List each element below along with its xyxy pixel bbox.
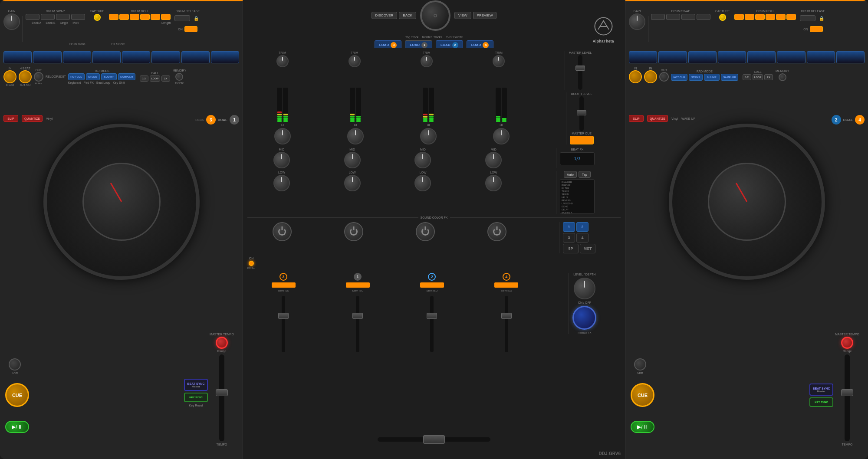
right-bank-b-btn[interactable] <box>666 14 680 20</box>
loop-2x-btn[interactable]: 2X <box>161 75 170 82</box>
sampler-btn[interactable]: SAMPLER <box>118 73 135 80</box>
ch4-fader-handle[interactable] <box>501 313 512 319</box>
right-drum-roll-5[interactable] <box>776 14 786 20</box>
left-pad-7[interactable] <box>181 51 210 63</box>
right-capture-dot[interactable] <box>719 14 726 21</box>
crossfader-handle[interactable] <box>423 435 445 444</box>
beat-fx-4-btn[interactable]: 4 <box>576 233 589 243</box>
right-tempo-slider[interactable] <box>845 354 850 441</box>
right-on-btn[interactable] <box>810 26 823 32</box>
stems-btn[interactable]: STEMS <box>86 73 100 80</box>
mid-2-knob[interactable] <box>344 152 361 168</box>
right-stems-btn[interactable]: STEMS <box>689 74 703 81</box>
right-play-btn[interactable]: ▶/⏸ <box>631 421 654 433</box>
right-slip-btn[interactable]: SLIP <box>629 115 644 122</box>
right-master-tempo-btn[interactable] <box>841 337 853 349</box>
right-pad-6[interactable] <box>777 51 805 63</box>
left-tempo-handle[interactable] <box>216 389 228 396</box>
capture-dot[interactable] <box>94 14 101 21</box>
left-pad-4[interactable] <box>92 51 121 63</box>
drum-roll-1[interactable] <box>109 14 118 20</box>
low-2-knob[interactable] <box>344 175 361 191</box>
right-drum-roll-2[interactable] <box>745 14 754 20</box>
browse-dial[interactable] <box>420 0 450 31</box>
right-pad-1[interactable] <box>629 51 657 63</box>
right-pad-5[interactable] <box>747 51 776 63</box>
left-play-btn[interactable]: ▶/⏸ <box>5 421 29 433</box>
right-gain-knob[interactable] <box>629 13 645 30</box>
low-1-knob[interactable] <box>273 175 290 191</box>
left-pad-5[interactable] <box>122 51 150 63</box>
drum-release-btn[interactable] <box>174 15 190 21</box>
hi-2-knob[interactable] <box>347 128 364 144</box>
right-single-btn[interactable] <box>681 14 695 20</box>
drum-roll-5[interactable] <box>151 14 160 20</box>
right-hot-cue-btn[interactable]: HOT CUE <box>671 74 687 81</box>
master-cue-btn[interactable] <box>570 136 594 144</box>
left-out-btn[interactable] <box>34 72 43 82</box>
left-jog-wheel[interactable] <box>43 124 200 280</box>
hot-cue-btn[interactable]: HOT CUE <box>68 73 85 80</box>
mid-4-knob[interactable] <box>485 152 502 168</box>
right-pad-8[interactable] <box>836 51 865 63</box>
left-pad-8[interactable] <box>211 51 239 63</box>
beat-fx-3-btn[interactable]: 3 <box>563 233 575 243</box>
8jump-btn[interactable]: 8.JUMP <box>101 73 117 80</box>
left-quantize-btn[interactable]: QUANTIZE <box>22 115 43 122</box>
ch3-stem-iso-btn[interactable] <box>272 282 296 288</box>
left-pad-1[interactable] <box>3 51 32 63</box>
booth-level-handle[interactable] <box>577 110 586 115</box>
drum-roll-3[interactable] <box>130 14 139 20</box>
fx-power-1[interactable] <box>273 222 292 241</box>
right-pad-3[interactable] <box>688 51 717 63</box>
fx-power-3[interactable] <box>416 222 435 241</box>
beat-fx-2-btn[interactable]: 2 <box>576 222 589 232</box>
discover-btn[interactable]: DISCOVER <box>372 12 398 19</box>
right-8jump-btn[interactable]: 8.JUMP <box>704 74 720 81</box>
ch2-fader-handle[interactable] <box>427 313 437 319</box>
bank-a-btn[interactable] <box>26 14 39 20</box>
right-quantize-btn[interactable]: QUANTIZE <box>647 115 668 122</box>
right-jog-wheel[interactable] <box>669 124 825 280</box>
right-shift-btn[interactable] <box>634 358 646 370</box>
right-drum-roll-6[interactable] <box>786 14 796 20</box>
multi-btn[interactable] <box>71 14 85 20</box>
master-level-fader[interactable] <box>578 55 582 90</box>
right-drum-roll-1[interactable] <box>734 14 744 20</box>
trim-4-knob[interactable] <box>493 55 505 67</box>
ch3-fader-handle[interactable] <box>278 313 289 319</box>
preview-btn[interactable]: PREVIEW <box>473 12 497 19</box>
right-drum-release-btn[interactable] <box>800 15 815 21</box>
single-btn[interactable] <box>56 14 70 20</box>
mid-1-knob[interactable] <box>273 152 290 168</box>
loop-btn[interactable]: LOOP <box>150 75 160 82</box>
fx-power-4[interactable] <box>487 222 506 241</box>
hi-3-knob[interactable] <box>420 128 437 144</box>
right-bank-a-btn[interactable] <box>651 14 665 20</box>
left-gain-knob[interactable] <box>3 13 20 30</box>
left-pad-3[interactable] <box>63 51 91 63</box>
left-key-sync-btn[interactable]: KEY SYNC <box>184 393 208 402</box>
left-cue-btn[interactable]: CUE <box>5 383 29 407</box>
level-depth-knob[interactable] <box>574 278 595 299</box>
mid-3-knob[interactable] <box>414 152 431 168</box>
fx-power-2[interactable] <box>344 222 363 241</box>
ch4-stem-iso-btn[interactable] <box>494 282 518 288</box>
ch1-fader-handle[interactable] <box>352 313 363 319</box>
right-sampler-btn[interactable]: SAMPLER <box>721 74 738 81</box>
low-3-knob[interactable] <box>414 175 431 191</box>
left-pad-2[interactable] <box>33 51 61 63</box>
beat-fx-mst-btn[interactable]: MST <box>580 244 595 253</box>
right-multi-btn[interactable] <box>697 14 710 20</box>
memory-dot-btn[interactable] <box>175 73 183 81</box>
right-beat-sync-btn[interactable]: BEAT SYNC Master <box>809 384 833 396</box>
drum-roll-2[interactable] <box>119 14 129 20</box>
left-pad-6[interactable] <box>151 51 180 63</box>
hi-1-knob[interactable] <box>274 128 291 144</box>
left-shift-btn[interactable] <box>9 358 21 370</box>
trim-2-knob[interactable] <box>349 55 361 67</box>
right-out-btn[interactable] <box>659 72 669 82</box>
beat-fx-1-btn[interactable]: 1 <box>563 222 575 232</box>
on-btn[interactable] <box>184 26 197 32</box>
drum-roll-4[interactable] <box>140 14 150 20</box>
